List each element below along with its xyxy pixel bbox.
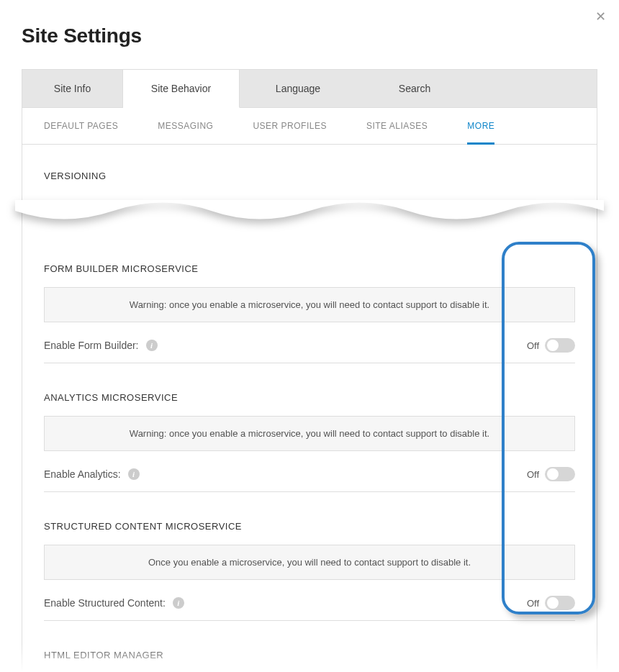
info-icon[interactable]: i [128, 468, 140, 480]
info-icon[interactable]: i [173, 597, 184, 609]
section-heading-analytics: ANALYTICS MICROSERVICE [44, 363, 575, 416]
subtab-more[interactable]: MORE [467, 108, 494, 144]
section-heading-structured-content: STRUCTURED CONTENT MICROSERVICE [44, 492, 575, 545]
toggle-state-analytics: Off [527, 469, 539, 480]
section-heading-versioning: VERSIONING [44, 145, 575, 194]
subtab-site-aliases[interactable]: SITE ALIASES [366, 108, 428, 144]
primary-tab-bar: Site Info Site Behavior Language Search [22, 70, 597, 108]
content-area: VERSIONING FORM BUILDER MICROSERVICE War… [22, 145, 597, 672]
warning-form-builder: Warning: once you enable a microservice,… [44, 287, 575, 322]
toggle-state-form-builder: Off [527, 340, 539, 351]
settings-panel: Site Info Site Behavior Language Search … [22, 69, 597, 672]
tab-language[interactable]: Language [240, 70, 356, 107]
toggle-row-analytics: Enable Analytics: i Off [44, 467, 575, 492]
info-icon[interactable]: i [146, 340, 158, 351]
section-heading-html-editor: HTML EDITOR MANAGER [44, 621, 575, 672]
toggle-row-form-builder: Enable Form Builder: i Off [44, 338, 575, 363]
tab-search[interactable]: Search [356, 70, 473, 107]
toggle-switch-structured-content[interactable] [545, 596, 575, 610]
toggle-state-structured-content: Off [527, 598, 539, 609]
subtab-messaging[interactable]: MESSAGING [158, 108, 213, 144]
toggle-switch-form-builder[interactable] [545, 338, 575, 353]
tab-site-info[interactable]: Site Info [22, 70, 123, 107]
content-break-divider [15, 200, 604, 236]
warning-analytics: Warning: once you enable a microservice,… [44, 416, 575, 451]
close-icon[interactable]: ✕ [595, 10, 606, 23]
section-heading-form-builder: FORM BUILDER MICROSERVICE [44, 243, 575, 287]
sub-tab-bar: DEFAULT PAGES MESSAGING USER PROFILES SI… [22, 108, 597, 145]
warning-structured-content: Once you enable a microservice, you will… [44, 545, 575, 580]
page-title: Site Settings [22, 24, 597, 47]
toggle-row-structured-content: Enable Structured Content: i Off [44, 596, 575, 621]
tab-site-behavior[interactable]: Site Behavior [123, 70, 240, 108]
subtab-user-profiles[interactable]: USER PROFILES [253, 108, 327, 144]
toggle-label-form-builder: Enable Form Builder: [44, 340, 139, 351]
subtab-default-pages[interactable]: DEFAULT PAGES [44, 108, 118, 144]
toggle-label-analytics: Enable Analytics: [44, 468, 121, 480]
toggle-label-structured-content: Enable Structured Content: [44, 597, 166, 609]
toggle-switch-analytics[interactable] [545, 467, 575, 481]
